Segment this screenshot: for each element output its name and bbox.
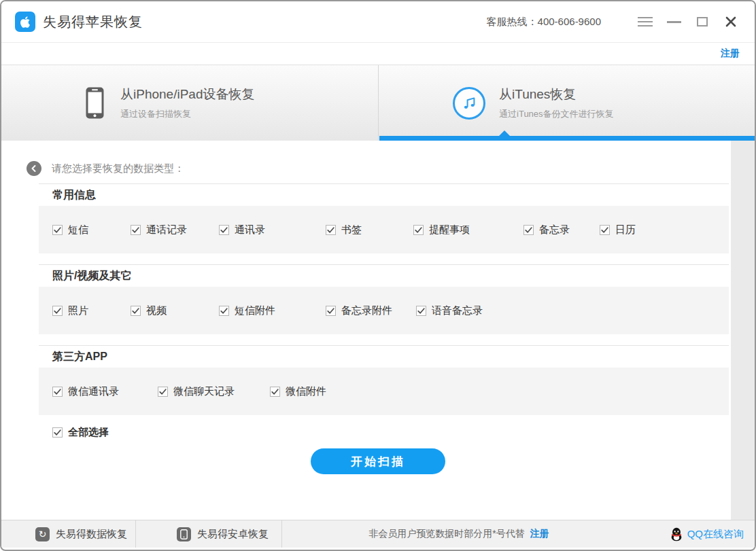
checkbox-icon <box>52 387 63 397</box>
checkbox-icon <box>219 306 229 316</box>
section-body: 短信通话记录通讯录书签提醒事项备忘录日历 <box>39 206 729 253</box>
checkbox-icon <box>131 225 141 235</box>
checkbox-item[interactable]: 视频 <box>131 304 219 317</box>
checkbox-icon <box>52 225 63 235</box>
checkbox-icon <box>219 225 229 235</box>
checkbox-item[interactable]: 通话记录 <box>131 224 219 236</box>
section: 照片/视频及其它照片视频短信附件备忘录附件语音备忘录 <box>39 264 729 334</box>
content-area: 请您选择要恢复的数据类型： 常用信息短信通话记录通讯录书签提醒事项备忘录日历照片… <box>1 141 755 520</box>
checkbox-item[interactable]: 微信附件 <box>270 385 326 398</box>
checkbox-item[interactable]: 提醒事项 <box>413 224 523 236</box>
checkbox-icon <box>413 225 424 235</box>
active-tab-pointer <box>499 130 510 136</box>
footer-notice-cell: 非会员用户预览数据时部分用*号代替 注册 <box>281 520 636 548</box>
checkbox-label: 备忘录 <box>539 224 570 236</box>
checkbox-label: 视频 <box>146 304 167 317</box>
checkbox-icon <box>158 387 168 397</box>
tab-strip: 从iPhone/iPad设备恢复 通过设备扫描恢复 从iTunes恢复 通过iT… <box>1 65 755 141</box>
tab-itunes-subtitle: 通过iTunes备份文件进行恢复 <box>499 108 614 120</box>
checkbox-item[interactable]: 备忘录附件 <box>326 304 416 317</box>
checkbox-label: 短信附件 <box>235 304 275 317</box>
checkbox-icon <box>523 225 534 235</box>
active-tab-indicator <box>379 136 755 141</box>
vertical-scrollbar[interactable] <box>731 141 755 520</box>
tab-itunes-title: 从iTunes恢复 <box>499 86 614 103</box>
section-title: 照片/视频及其它 <box>39 265 729 287</box>
select-all-label: 全部选择 <box>68 426 109 439</box>
register-link-footer[interactable]: 注册 <box>530 528 549 540</box>
checkbox-label: 备忘录附件 <box>341 304 392 317</box>
apple-icon <box>15 12 35 32</box>
checkbox-label: 短信 <box>68 224 88 236</box>
checkbox-label: 微信通讯录 <box>68 385 119 398</box>
minimize-icon[interactable] <box>659 10 688 33</box>
footer-link-data-recovery[interactable]: ↻ 失易得数据恢复 <box>1 520 135 548</box>
footer-link-label: 失易得安卓恢复 <box>197 528 269 541</box>
checkbox-select-all[interactable]: 全部选择 <box>52 426 109 439</box>
checkbox-label: 书签 <box>341 224 362 236</box>
checkbox-icon <box>52 427 63 438</box>
checkbox-label: 日历 <box>615 224 636 236</box>
checkbox-label: 微信附件 <box>286 385 326 398</box>
checkbox-label: 通话记录 <box>146 224 187 236</box>
section: 常用信息短信通话记录通讯录书签提醒事项备忘录日历 <box>39 183 729 253</box>
select-all-row: 全部选择 <box>52 426 755 439</box>
tab-device-text: 从iPhone/iPad设备恢复 通过设备扫描恢复 <box>120 86 254 120</box>
checkbox-icon <box>416 306 426 316</box>
checkbox-item[interactable]: 备忘录 <box>523 224 600 236</box>
checkbox-icon <box>326 306 336 316</box>
footer-link-android-recovery[interactable]: 失易得安卓恢复 <box>135 520 281 548</box>
titlebar-controls: 客服热线：400-606-9600 <box>487 10 745 33</box>
checkbox-icon <box>270 387 280 397</box>
title-bar: 失易得苹果恢复 客服热线：400-606-9600 <box>1 1 755 42</box>
menu-lines <box>638 17 653 26</box>
checkbox-icon <box>52 306 63 316</box>
itunes-music-icon <box>453 87 485 120</box>
prompt-row: 请您选择要恢复的数据类型： <box>1 141 755 176</box>
checkbox-item[interactable]: 短信 <box>52 224 131 236</box>
hamburger-menu-icon[interactable] <box>631 10 659 33</box>
register-link-top[interactable]: 注册 <box>721 48 740 60</box>
qq-penguin-icon <box>670 527 683 541</box>
scan-row: 开始扫描 <box>1 448 755 474</box>
checkbox-label: 通讯录 <box>235 224 265 236</box>
close-icon[interactable] <box>717 10 745 33</box>
checkbox-item[interactable]: 微信通讯录 <box>52 385 158 398</box>
tab-device-subtitle: 通过设备扫描恢复 <box>120 108 254 120</box>
section-body: 微信通讯录微信聊天记录微信附件 <box>39 368 729 415</box>
back-button[interactable] <box>27 161 41 176</box>
section-title: 常用信息 <box>39 184 729 206</box>
checkbox-label: 照片 <box>68 304 88 317</box>
checkbox-item[interactable]: 语音备忘录 <box>416 304 483 317</box>
checkbox-item[interactable]: 微信聊天记录 <box>158 385 270 398</box>
checkbox-item[interactable]: 书签 <box>326 224 413 236</box>
checkbox-icon <box>600 225 610 235</box>
start-scan-button[interactable]: 开始扫描 <box>311 448 445 474</box>
tab-device-recovery[interactable]: 从iPhone/iPad设备恢复 通过设备扫描恢复 <box>1 65 378 141</box>
qq-consult-link[interactable]: QQ在线咨询 <box>636 520 755 548</box>
android-phone-icon <box>177 527 191 541</box>
qq-consult-label: QQ在线咨询 <box>687 528 744 541</box>
recovery-arrow-icon: ↻ <box>35 527 50 541</box>
register-row: 注册 <box>1 42 755 65</box>
checkbox-icon <box>131 306 141 316</box>
footer-notice-text: 非会员用户预览数据时部分用*号代替 <box>368 528 524 540</box>
section-body: 照片视频短信附件备忘录附件语音备忘录 <box>39 287 729 334</box>
checkbox-item[interactable]: 日历 <box>600 224 636 236</box>
checkbox-item[interactable]: 通讯录 <box>219 224 326 236</box>
checkbox-label: 微信聊天记录 <box>173 385 235 398</box>
checkbox-label: 提醒事项 <box>429 224 470 236</box>
tab-itunes-text: 从iTunes恢复 通过iTunes备份文件进行恢复 <box>499 86 614 120</box>
section-title: 第三方APP <box>39 346 729 368</box>
checkbox-icon <box>326 225 336 235</box>
maximize-icon[interactable] <box>688 10 717 33</box>
tab-itunes-recovery[interactable]: 从iTunes恢复 通过iTunes备份文件进行恢复 <box>378 65 755 141</box>
sections: 常用信息短信通话记录通讯录书签提醒事项备忘录日历照片/视频及其它照片视频短信附件… <box>39 183 729 415</box>
checkbox-item[interactable]: 照片 <box>52 304 131 317</box>
hotline-text: 客服热线：400-606-9600 <box>487 16 601 29</box>
footer-bar: ↻ 失易得数据恢复 失易得安卓恢复 非会员用户预览数据时部分用*号代替 注册 Q <box>1 520 755 548</box>
checkbox-item[interactable]: 短信附件 <box>219 304 326 317</box>
tab-device-title: 从iPhone/iPad设备恢复 <box>120 86 254 103</box>
prompt-text: 请您选择要恢复的数据类型： <box>52 162 184 175</box>
phone-icon <box>86 87 104 119</box>
